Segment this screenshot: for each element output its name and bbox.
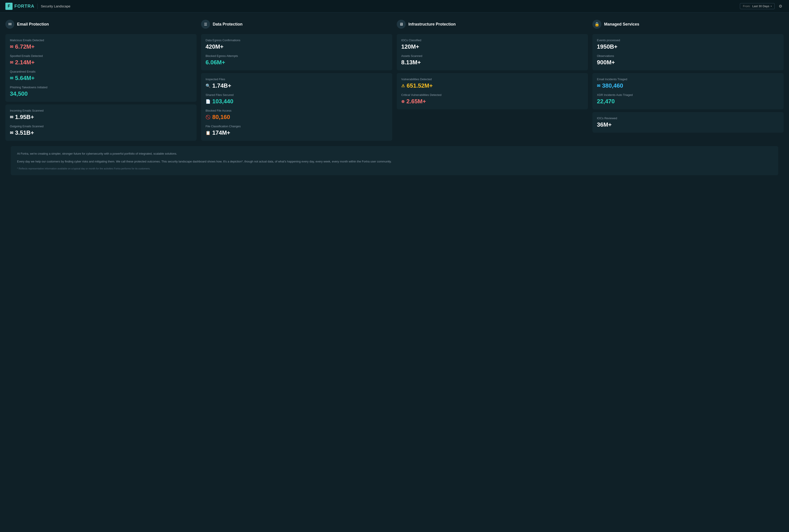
- iocs-reviewed-value: 36M+: [597, 121, 779, 128]
- managed-services-section: 🔒 Managed Services Events processed 1950…: [593, 18, 784, 141]
- events-processed-label: Events processed: [597, 39, 779, 42]
- mail-icon-5: ✉: [10, 130, 13, 135]
- quarantined-emails-stat: Quarantined Emails ✉ 5.64M+: [10, 70, 192, 81]
- managed-card-2: Email Incidents Triaged ✉ 380,460 XDR In…: [593, 73, 784, 109]
- managed-card-1: Events processed 1950B+ Observations 900…: [593, 34, 784, 70]
- mail-icon-4: ✉: [10, 115, 13, 120]
- vulnerabilities-value: ⚠ 651.52M+: [401, 82, 583, 89]
- block-icon: 🚫: [206, 115, 210, 120]
- inspected-files-stat: Inspected Files 🔍 1.74B+: [206, 78, 388, 89]
- logo-text: FORTRA: [14, 4, 34, 9]
- data-card-1: Data Egress Confirmations 420M+ Blocked …: [201, 34, 392, 70]
- footer-text-1: At Fortra, we're creating a simpler, str…: [17, 151, 772, 156]
- observations-value: 900M+: [597, 59, 779, 66]
- spoofed-emails-label: Spoofed Emails Detected: [10, 54, 192, 58]
- managed-stat-group-1: Events processed 1950B+ Observations 900…: [597, 39, 779, 66]
- malicious-emails-label: Malicious Emails Detected: [10, 39, 192, 42]
- email-protection-title: Email Protection: [17, 22, 49, 27]
- infra-protection-title: Infrastructure Protection: [408, 22, 456, 27]
- blocked-egress-value: 6.06M+: [206, 59, 388, 66]
- main-content: ✉ Email Protection Malicious Emails Dete…: [0, 13, 789, 180]
- shared-files-label: Shared Files Secured: [206, 93, 388, 97]
- outgoing-emails-stat: Outgoing Emails Scanned ✉ 3.51B+: [10, 125, 192, 136]
- managed-services-icon: 🔒: [593, 20, 601, 29]
- warning-icon: ⚠: [401, 83, 405, 88]
- infra-card-2: Vulnerabilities Detected ⚠ 651.52M+ Crit…: [397, 73, 588, 109]
- email-stat-group-2: Incoming Emails Scanned ✉ 1.95B+ Outgoin…: [10, 109, 192, 136]
- date-filter-label: From:: [743, 4, 750, 8]
- critical-vuln-label: Critical Vulnerabilities Detected: [401, 93, 583, 97]
- data-stat-group-1: Data Egress Confirmations 420M+ Blocked …: [206, 39, 388, 66]
- assets-scanned-stat: Assets Scanned 8.13M+: [401, 54, 583, 66]
- header-left: F FORTRA Security Landscape: [5, 3, 70, 10]
- assets-scanned-value: 8.13M+: [401, 59, 583, 66]
- outgoing-emails-value: ✉ 3.51B+: [10, 129, 192, 136]
- blocked-file-access-stat: Blocked File Access 🚫 80,160: [206, 109, 388, 120]
- vulnerabilities-detected-stat: Vulnerabilities Detected ⚠ 651.52M+: [401, 78, 583, 89]
- header-right: From: Last 30 Days ▾ ⚙: [740, 3, 784, 10]
- vulnerabilities-label: Vulnerabilities Detected: [401, 78, 583, 81]
- date-filter-button[interactable]: From: Last 30 Days ▾: [740, 3, 775, 9]
- managed-services-header: 🔒 Managed Services: [593, 18, 784, 31]
- managed-services-title: Managed Services: [604, 22, 639, 27]
- inspected-files-label: Inspected Files: [206, 78, 388, 81]
- blocked-file-label: Blocked File Access: [206, 109, 388, 112]
- email-incidents-value: ✉ 380,460: [597, 82, 779, 89]
- mail-icon-2: ✉: [10, 60, 13, 65]
- managed-stat-group-2: Email Incidents Triaged ✉ 380,460 XDR In…: [597, 78, 779, 105]
- email-incidents-stat: Email Incidents Triaged ✉ 380,460: [597, 78, 779, 89]
- infra-stat-group-1: IOCs Classified 120M+ Assets Scanned 8.1…: [401, 39, 583, 66]
- sections-row: ✉ Email Protection Malicious Emails Dete…: [5, 18, 784, 141]
- iocs-classified-stat: IOCs Classified 120M+: [401, 39, 583, 50]
- header-divider: [37, 4, 38, 9]
- critical-icon: ⊗: [401, 99, 405, 104]
- logo-mark: F: [5, 3, 13, 10]
- email-protection-icon: ✉: [5, 20, 14, 29]
- data-protection-header: ☰ Data Protection: [201, 18, 392, 31]
- data-stat-group-2: Inspected Files 🔍 1.74B+ Shared Files Se…: [206, 78, 388, 136]
- iocs-reviewed-label: IOCs Reviewed: [597, 116, 779, 120]
- phishing-value: 34,500: [10, 90, 192, 97]
- email-protection-section: ✉ Email Protection Malicious Emails Dete…: [5, 18, 196, 141]
- critical-vuln-value: ⊗ 2.65M+: [401, 98, 583, 105]
- header: F FORTRA Security Landscape From: Last 3…: [0, 0, 789, 13]
- header-title: Security Landscape: [41, 4, 70, 8]
- footer-text-2: Every day we help our customers by findi…: [17, 159, 772, 164]
- email-incidents-label: Email Incidents Triaged: [597, 78, 779, 81]
- incoming-emails-stat: Incoming Emails Scanned ✉ 1.95B+: [10, 109, 192, 120]
- data-protection-title: Data Protection: [213, 22, 243, 27]
- email-protection-header: ✉ Email Protection: [5, 18, 196, 31]
- footer-disclaimer: * Reflects representative information av…: [17, 167, 772, 170]
- mail-icon-3: ✉: [10, 76, 13, 81]
- observations-stat: Observations 900M+: [597, 54, 779, 66]
- blocked-egress-label: Blocked Egress Attempts: [206, 54, 388, 58]
- data-protection-icon: ☰: [201, 20, 210, 29]
- iocs-classified-label: IOCs Classified: [401, 39, 583, 42]
- xdr-incidents-stat: XDR Incidents Auto Triaged 22,470: [597, 93, 779, 105]
- incoming-emails-value: ✉ 1.95B+: [10, 114, 192, 120]
- logo: F FORTRA: [5, 3, 34, 10]
- managed-stat-group-3: IOCs Reviewed 36M+: [597, 116, 779, 128]
- quarantined-emails-value: ✉ 5.64M+: [10, 75, 192, 81]
- file-icon: 📄: [206, 99, 210, 104]
- mail-icon-6: ✉: [597, 83, 600, 88]
- infra-protection-header: 🖥 Infrastructure Protection: [397, 18, 588, 31]
- incoming-emails-label: Incoming Emails Scanned: [10, 109, 192, 112]
- events-processed-value: 1950B+: [597, 43, 779, 50]
- infra-protection-icon: 🖥: [397, 20, 406, 29]
- shared-files-stat: Shared Files Secured 📄 103,440: [206, 93, 388, 105]
- spoofed-emails-value: ✉ 2.14M+: [10, 59, 192, 66]
- file-classification-label: File Classification Changes: [206, 125, 388, 128]
- egress-confirmations-value: 420M+: [206, 43, 388, 50]
- chevron-down-icon: ▾: [771, 5, 772, 7]
- data-protection-section: ☰ Data Protection Data Egress Confirmati…: [201, 18, 392, 141]
- assets-scanned-label: Assets Scanned: [401, 54, 583, 58]
- email-card-1: Malicious Emails Detected ✉ 6.72M+ Spoof…: [5, 34, 196, 102]
- iocs-classified-value: 120M+: [401, 43, 583, 50]
- file-classification-value: 📋 174M+: [206, 129, 388, 136]
- date-filter-value: Last 30 Days: [752, 4, 769, 8]
- classify-icon: 📋: [206, 130, 210, 135]
- footer: At Fortra, we're creating a simpler, str…: [11, 146, 778, 175]
- settings-icon[interactable]: ⚙: [777, 3, 784, 10]
- managed-card-3: IOCs Reviewed 36M+: [593, 112, 784, 133]
